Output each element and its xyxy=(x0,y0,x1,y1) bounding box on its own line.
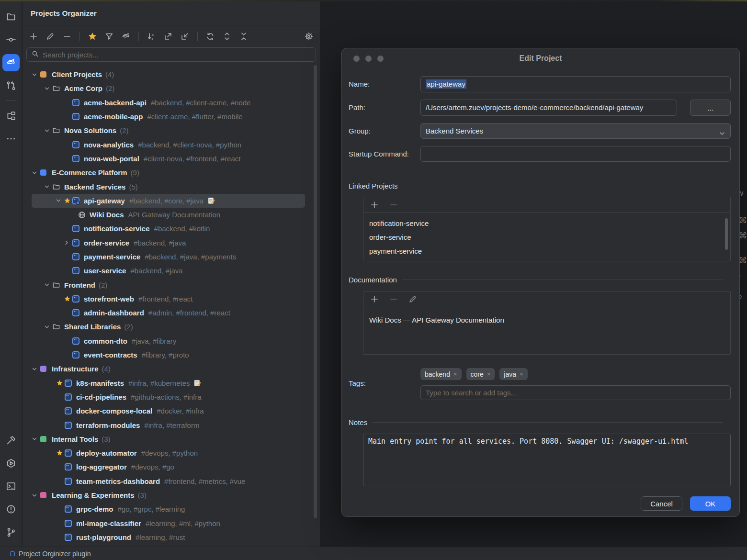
tree-row[interactable]: Acme Corp(2) xyxy=(23,81,320,95)
chevron-down-icon[interactable] xyxy=(42,85,52,92)
tree-row[interactable]: Frontend(2) xyxy=(23,278,320,291)
sidebar-project-folder-button[interactable] xyxy=(0,5,22,28)
tree-row[interactable]: nova-web-portal#client-nova, #frontend, … xyxy=(23,152,320,166)
toolbar-settings-gear-button[interactable] xyxy=(304,31,314,42)
tree-row[interactable]: event-contracts#library, #proto xyxy=(23,348,320,362)
toolbar-export-button[interactable] xyxy=(163,31,173,42)
tree-row[interactable]: ci-cd-pipelines#github-actions, #infra xyxy=(23,390,320,404)
linked-project-item[interactable]: order-service xyxy=(369,230,730,244)
tree-row[interactable]: storefront-web#frontend, #react xyxy=(23,292,320,306)
tree-row[interactable]: ml-image-classifier#learning, #ml, #pyth… xyxy=(23,516,320,530)
tree-row[interactable]: grpc-demo#go, #grpc, #learning xyxy=(23,502,320,516)
search-box[interactable] xyxy=(26,47,316,62)
chevron-down-icon[interactable] xyxy=(53,197,64,204)
linked-project-item[interactable]: payment-service xyxy=(369,244,730,258)
linked-list-scrollbar[interactable] xyxy=(725,218,728,250)
toolbar-import-button[interactable] xyxy=(180,31,190,42)
tree-row[interactable]: admin-dashboard#admin, #frontend, #react xyxy=(23,306,320,320)
sidebar-structure-button[interactable] xyxy=(0,104,22,127)
remove-linked-project-button[interactable] xyxy=(388,200,399,210)
toolbar-add-button[interactable] xyxy=(28,31,39,42)
tree-row[interactable]: terraform-modules#infra, #terraform xyxy=(23,418,320,432)
toolbar-refresh-button[interactable] xyxy=(205,31,215,42)
sidebar-git-branch-button[interactable] xyxy=(0,521,22,544)
sidebar-run-button[interactable] xyxy=(0,452,22,475)
remove-documentation-button[interactable] xyxy=(388,294,399,304)
tree-scrollbar[interactable] xyxy=(314,65,317,518)
tree-row-group[interactable]: E-Commerce Platform(9) xyxy=(23,166,320,179)
remove-tag-icon[interactable]: × xyxy=(487,370,491,378)
tree-row[interactable]: Backend Services(5) xyxy=(23,179,320,193)
tree-row[interactable]: acme-mobile-app#client-acme, #flutter, #… xyxy=(23,110,320,123)
tree-row[interactable]: acme-backend-api#backend, #client-acme, … xyxy=(23,96,320,110)
toolbar-expand-all-button[interactable] xyxy=(222,31,232,42)
tag-chip[interactable]: core× xyxy=(466,368,495,380)
add-documentation-button[interactable] xyxy=(369,294,380,304)
sidebar-build-hammer-button[interactable] xyxy=(0,429,22,452)
tree-row[interactable]: notification-service#backend, #kotlin xyxy=(23,222,320,235)
chevron-down-icon[interactable] xyxy=(29,71,40,78)
chevron-down-icon[interactable] xyxy=(29,366,40,372)
sidebar-terminal-button[interactable] xyxy=(0,475,22,498)
toolbar-filter-button[interactable] xyxy=(104,31,114,42)
linked-project-item[interactable]: notification-service xyxy=(369,216,730,230)
sidebar-pull-requests-button[interactable] xyxy=(0,74,22,97)
tag-chip[interactable]: java× xyxy=(499,368,527,380)
edit-documentation-button[interactable] xyxy=(407,294,418,304)
tag-chip[interactable]: backend× xyxy=(420,368,462,380)
tree-row[interactable]: Shared Libraries(2) xyxy=(23,320,320,334)
cancel-button[interactable]: Cancel xyxy=(641,496,682,511)
name-input[interactable]: api-gateway xyxy=(420,76,731,92)
tree-row[interactable]: Nova Solutions(2) xyxy=(23,123,320,137)
tree-row-group[interactable]: Learning & Experiments(3) xyxy=(23,488,320,502)
tree-row-doc-link[interactable]: Wiki DocsAPI Gateway Documentation xyxy=(23,208,320,222)
path-input[interactable]: /Users/artem.zuev/projects-demo/e-commer… xyxy=(420,100,677,116)
notes-textarea[interactable]: Main entry point for all services. Port … xyxy=(363,434,731,486)
sidebar-more-button[interactable] xyxy=(0,127,22,150)
tree-row[interactable]: k8s-manifests#infra, #kubernetes xyxy=(23,376,320,390)
group-select[interactable]: Backend Services xyxy=(420,123,731,139)
tree-row[interactable]: docker-compose-local#docker, #infra xyxy=(23,404,320,418)
tree-row[interactable]: nova-analytics#backend, #client-nova, #p… xyxy=(23,137,320,151)
tree-row[interactable]: payment-service#backend, #java, #payment… xyxy=(23,250,320,264)
tree-row[interactable]: team-metrics-dashboard#frontend, #metric… xyxy=(23,474,320,488)
sidebar-commit-button[interactable] xyxy=(0,28,22,51)
tree-row-group[interactable]: Infrastructure(4) xyxy=(23,362,320,376)
chevron-down-icon[interactable] xyxy=(29,169,40,176)
tree-row[interactable]: common-dto#java, #library xyxy=(23,334,320,348)
chevron-down-icon[interactable] xyxy=(42,183,52,190)
chevron-down-icon[interactable] xyxy=(42,324,52,330)
remove-tag-icon[interactable]: × xyxy=(520,370,523,378)
chevron-down-icon[interactable] xyxy=(42,281,52,288)
tags-input[interactable] xyxy=(426,386,725,400)
toolbar-edit-button[interactable] xyxy=(45,31,56,42)
chevron-down-icon[interactable] xyxy=(42,127,52,134)
remove-tag-icon[interactable]: × xyxy=(453,370,457,378)
tree-row[interactable]: user-service#backend, #java xyxy=(23,264,320,278)
search-input[interactable] xyxy=(43,51,311,59)
startup-command-input[interactable] xyxy=(420,146,731,162)
tree-row-group[interactable]: Internal Tools(3) xyxy=(23,432,320,446)
chevron-down-icon[interactable] xyxy=(29,436,40,442)
tree-row[interactable]: log-aggregator#devops, #go xyxy=(23,460,320,474)
chevron-right-icon[interactable] xyxy=(61,239,72,246)
tree-row[interactable]: rust-playground#learning, #rust xyxy=(23,530,320,544)
toolbar-sort-az-button[interactable]: az xyxy=(146,31,157,42)
toolbar-plugin-logo-icon[interactable] xyxy=(121,31,131,42)
chevron-down-icon[interactable] xyxy=(29,492,40,499)
tags-input-box[interactable] xyxy=(420,385,731,400)
tree-row[interactable]: deploy-automator#devops, #python xyxy=(23,446,320,460)
sidebar-problems-button[interactable] xyxy=(0,498,22,521)
sidebar-plugin-fish-logo-button[interactable] xyxy=(0,51,22,74)
tree-row[interactable]: order-service#backend, #java xyxy=(23,236,320,250)
browse-button[interactable]: ... xyxy=(690,100,731,116)
tree-row-group[interactable]: Client Projects(4) xyxy=(23,67,320,81)
toolbar-favorites-filter-button[interactable] xyxy=(87,31,98,42)
documentation-item[interactable]: Wiki Docs — API Gateway Documentation xyxy=(369,313,730,327)
ok-button[interactable]: OK xyxy=(690,496,731,511)
tree-row[interactable]: api-gateway#backend, #core, #java xyxy=(32,194,305,208)
toolbar-remove-button[interactable] xyxy=(62,31,72,42)
toolbar-collapse-all-button[interactable] xyxy=(238,31,249,42)
favorite-star-icon xyxy=(56,449,64,457)
add-linked-project-button[interactable] xyxy=(369,200,380,210)
